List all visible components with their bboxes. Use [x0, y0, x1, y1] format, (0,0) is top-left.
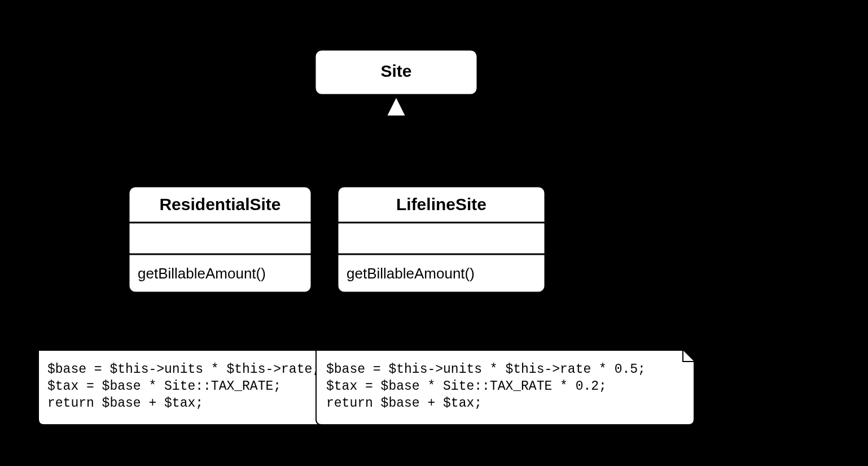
class-lifeline-site-method: getBillableAmount() [347, 265, 475, 282]
class-residential-site-name: ResidentialSite [159, 195, 280, 214]
class-site-name: Site [380, 62, 411, 80]
note-residential-line3: return $base + $tax; [47, 396, 203, 411]
class-lifeline-site-name: LifelineSite [396, 195, 486, 214]
note-lifeline-line1: $base = $this->units * $this->rate * 0.5… [326, 362, 646, 377]
note-connector-right [441, 293, 508, 350]
class-lifeline-site: LifelineSite getBillableAmount() [337, 186, 545, 293]
inheritance-arrowhead [386, 96, 406, 116]
note-residential: $base = $this->units * $this->rate; $tax… [38, 350, 350, 425]
class-residential-site-method: getBillableAmount() [138, 265, 266, 282]
class-site: Site [315, 50, 477, 95]
class-residential-site: ResidentialSite getBillableAmount() [129, 186, 312, 293]
note-residential-line2: $tax = $base * Site::TAX_RATE; [47, 379, 281, 394]
uml-class-diagram: Site ResidentialSite getBillableAmount()… [0, 0, 868, 466]
note-lifeline-line3: return $base + $tax; [326, 396, 482, 411]
note-residential-line1: $base = $this->units * $this->rate; [47, 362, 320, 377]
note-lifeline: $base = $this->units * $this->rate * 0.5… [316, 350, 694, 425]
note-lifeline-line2: $tax = $base * Site::TAX_RATE * 0.2; [326, 379, 607, 394]
